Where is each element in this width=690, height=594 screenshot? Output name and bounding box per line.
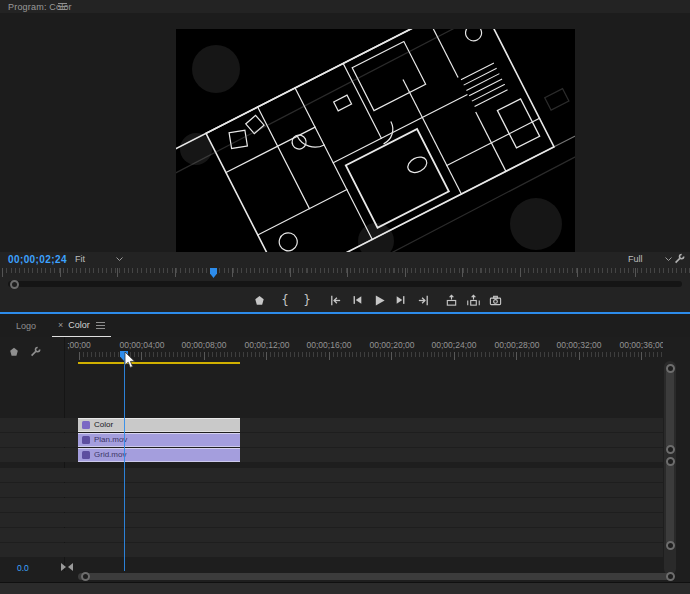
lift-button[interactable]	[444, 293, 458, 307]
close-tab-icon[interactable]: ×	[58, 320, 63, 330]
tab-label: Color	[68, 320, 90, 330]
audio-track-row[interactable]	[0, 483, 663, 497]
fx-badge-icon	[82, 421, 90, 429]
bottom-status-strip	[0, 582, 690, 594]
timeline-clip[interactable]: Color	[78, 418, 240, 432]
timeline-tab[interactable]: Logo	[10, 315, 42, 337]
fit-track-height-icon[interactable]	[61, 563, 73, 571]
timeline-ruler[interactable]: ;00;00 00;00;04;00 00;00;08;00 00;00;12;…	[65, 340, 663, 352]
monitor-scrollbar[interactable]	[8, 281, 682, 287]
scroll-zoom-knob[interactable]	[666, 457, 675, 466]
timeline-clip[interactable]: Grid.mov	[78, 448, 240, 462]
edge-detect-floorplan-image	[176, 29, 575, 252]
fx-badge-icon	[82, 436, 90, 444]
render-bar-yellow	[78, 362, 240, 364]
timeline-tab[interactable]: × Color	[52, 314, 111, 337]
timeline-clip[interactable]: Plan.mov	[78, 433, 240, 447]
step-back-button[interactable]	[350, 293, 364, 307]
audio-track-row[interactable]	[0, 468, 663, 482]
video-track-row[interactable]: Plan.mov	[0, 433, 663, 447]
fx-badge-icon	[82, 451, 90, 459]
monitor-controls-bar: 00;00;02;24 Fit Full	[0, 252, 690, 268]
timeline-settings-wrench-icon[interactable]	[29, 346, 41, 358]
mark-out-button[interactable]: }	[300, 293, 314, 307]
clip-name-label: Grid.mov	[94, 451, 126, 459]
transport-controls: { }	[252, 288, 502, 312]
tab-label: Logo	[16, 321, 36, 331]
audio-tracks-area	[0, 468, 663, 558]
clip-name-label: Color	[94, 421, 113, 429]
go-to-in-button[interactable]	[328, 293, 342, 307]
timeline-ruler-ticks	[65, 352, 663, 360]
monitor-settings-wrench-icon[interactable]	[673, 253, 685, 265]
export-frame-button[interactable]	[488, 293, 502, 307]
scroll-zoom-knob[interactable]	[666, 364, 675, 373]
go-to-out-button[interactable]	[416, 293, 430, 307]
ruler-timecode-label: 00;00;32;00	[557, 340, 602, 350]
premiere-window: Program: Color	[0, 0, 690, 594]
scroll-zoom-knob-left[interactable]	[81, 572, 90, 581]
step-forward-button[interactable]	[394, 293, 408, 307]
timeline-tab-bar: Logo × Color	[0, 314, 690, 338]
mouse-cursor	[124, 352, 136, 369]
panel-menu-icon[interactable]	[96, 321, 105, 329]
master-volume-value[interactable]: 0.0	[17, 563, 29, 573]
ruler-timecode-label: 00;00;20;00	[370, 340, 415, 350]
scroll-zoom-knob-right[interactable]	[666, 572, 675, 581]
clip-name-label: Plan.mov	[94, 436, 127, 444]
scrollbar-left-knob[interactable]	[10, 280, 19, 289]
zoom-level-select[interactable]: Fit	[75, 254, 123, 264]
ruler-timecode-label: 00;00;12;00	[245, 340, 290, 350]
audio-track-row[interactable]	[0, 543, 663, 557]
video-track-row[interactable]: Color	[0, 418, 663, 432]
video-scrollbar-handle[interactable]	[666, 368, 674, 450]
mark-in-button[interactable]: {	[278, 293, 292, 307]
add-marker-button[interactable]	[252, 293, 266, 307]
video-tracks-area: Color Plan.mov Grid.mov	[0, 418, 663, 463]
timeline-add-marker-icon[interactable]	[9, 347, 19, 357]
ruler-timecode-label: 00;00;36;00	[620, 340, 663, 350]
master-track-row: 0.0	[0, 560, 78, 574]
monitor-time-ruler[interactable]	[0, 268, 690, 279]
ruler-timecode-label: 00;00;08;00	[182, 340, 227, 350]
play-button[interactable]	[372, 293, 386, 307]
chevron-down-icon	[665, 257, 672, 261]
extract-button[interactable]	[466, 293, 480, 307]
audio-track-row[interactable]	[0, 513, 663, 527]
ruler-timecode-label: ;00;00	[67, 340, 91, 350]
scroll-zoom-knob[interactable]	[666, 445, 675, 454]
ruler-timecode-label: 00;00;16;00	[307, 340, 352, 350]
ruler-timecode-label: 00;00;28;00	[495, 340, 540, 350]
video-track-row[interactable]: Grid.mov	[0, 448, 663, 462]
current-timecode[interactable]: 00;00;02;24	[8, 254, 67, 265]
playback-resolution-value: Full	[628, 254, 643, 264]
panel-menu-icon[interactable]	[58, 3, 67, 4]
audio-scrollbar-handle[interactable]	[666, 461, 674, 545]
zoom-level-value: Fit	[75, 254, 85, 264]
program-panel-header: Program: Color	[0, 0, 690, 14]
program-monitor-viewport	[0, 13, 690, 252]
audio-track-row[interactable]	[0, 528, 663, 542]
audio-track-row[interactable]	[0, 498, 663, 512]
scroll-zoom-knob[interactable]	[666, 541, 675, 550]
timeline-panel: ;00;00 00;00;04;00 00;00;08;00 00;00;12;…	[0, 337, 690, 582]
horizontal-scrollbar-handle[interactable]	[78, 573, 674, 580]
video-frame	[176, 29, 575, 252]
ruler-timecode-label: 00;00;24;00	[432, 340, 477, 350]
playback-resolution-select[interactable]: Full	[628, 254, 672, 264]
ruler-timecode-label: 00;00;04;00	[120, 340, 165, 350]
chevron-down-icon	[116, 257, 123, 261]
timeline-playhead-line	[124, 352, 125, 571]
